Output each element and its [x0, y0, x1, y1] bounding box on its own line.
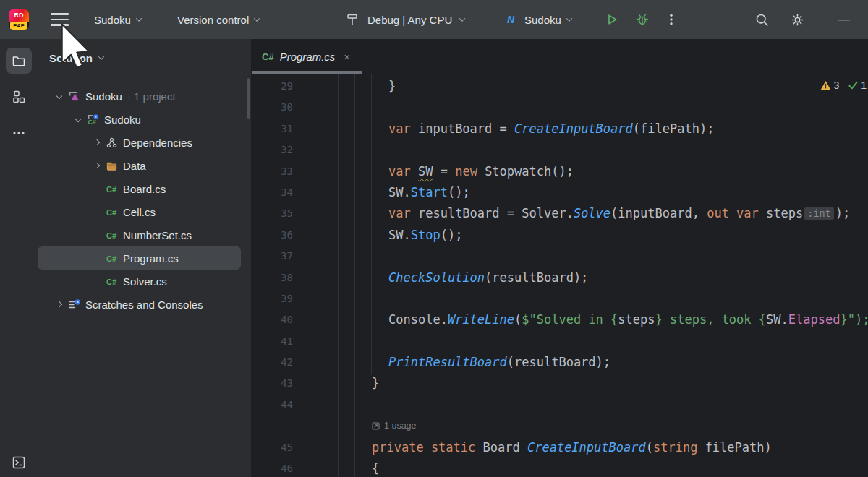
tree-item-data[interactable]: Data	[38, 154, 241, 177]
minimize-window-button[interactable]: —	[838, 0, 850, 39]
dependencies-icon	[106, 137, 123, 149]
svg-text:C#: C#	[106, 231, 116, 240]
code-editor[interactable]: 3 1 29}3031var inputBoard = CreateInputB…	[252, 74, 868, 477]
line-number[interactable]: 32	[252, 139, 293, 160]
editor-area[interactable]: C# Program.cs × 3	[252, 39, 868, 477]
line-number[interactable]: 42	[252, 352, 293, 373]
close-tab-icon[interactable]: ×	[341, 51, 350, 63]
line-number[interactable]: 31	[252, 119, 293, 139]
chevron-right-icon[interactable]	[94, 139, 100, 145]
tree-item-label: NumberSet.cs	[123, 229, 192, 241]
code-line[interactable]: 32	[252, 139, 868, 160]
terminal-icon	[11, 455, 27, 470]
code-line[interactable]: 40Console.WriteLine($"Solved in {steps} …	[252, 309, 868, 330]
project-selector[interactable]: Sudoku	[94, 0, 141, 39]
terminal-tool-window-button[interactable]	[6, 450, 32, 476]
tree-item-label: Dependencies	[123, 137, 192, 149]
code-line[interactable]: 36SW.Stop();	[252, 225, 868, 246]
code-line[interactable]: 45private static Board CreateInputBoard(…	[252, 437, 868, 458]
line-number[interactable]: 43	[252, 373, 293, 394]
more-actions-button[interactable]	[665, 12, 677, 27]
code-line[interactable]: 30	[252, 97, 868, 118]
run-button[interactable]	[605, 12, 619, 27]
code-line[interactable]: 29}	[252, 76, 868, 97]
code-line[interactable]: 34SW.Start();	[252, 182, 868, 203]
chevron-down-icon	[566, 15, 572, 21]
logo-eap-badge: EAP	[10, 22, 27, 30]
search-button[interactable]	[754, 12, 770, 27]
code-line[interactable]: 43}	[252, 373, 868, 394]
code-line[interactable]: 44	[252, 395, 868, 416]
line-number[interactable]: 41	[252, 331, 293, 352]
tree-item-label: Board.cs	[123, 183, 166, 195]
code-lines: 29}3031var inputBoard = CreateInputBoard…	[252, 74, 868, 477]
code-line[interactable]: 41	[252, 331, 868, 352]
line-number[interactable]: 46	[252, 458, 293, 477]
tool-window-stripe	[0, 39, 38, 477]
chevron-right-icon[interactable]	[94, 163, 100, 168]
tree-item-board-cs[interactable]: C#Board.cs	[38, 177, 241, 200]
settings-gear-button[interactable]	[790, 12, 805, 27]
chevron-down-icon[interactable]	[56, 93, 62, 99]
line-number[interactable]: 33	[252, 161, 293, 182]
line-number[interactable]: 39	[252, 288, 293, 309]
line-number[interactable]: 45	[252, 437, 293, 458]
code-line[interactable]: 46{	[252, 458, 868, 477]
line-number[interactable]: 35	[252, 203, 293, 224]
code-line[interactable]: 39	[252, 288, 868, 309]
code-line[interactable]: 33var SW = new Stopwatch();	[252, 161, 868, 182]
line-number[interactable]: 37	[252, 246, 293, 267]
tree-item-scratches-and-consoles[interactable]: Scratches and Consoles	[38, 293, 241, 316]
line-number[interactable]: 38	[252, 267, 293, 288]
code-line[interactable]: 35var resultBoard = Solver.Solve(inputBo…	[252, 203, 868, 224]
tree-item-cell-cs[interactable]: C#Cell.cs	[38, 200, 241, 223]
tree-item-label: Cell.cs	[123, 206, 156, 218]
structure-tool-window-button[interactable]	[6, 84, 32, 110]
line-number[interactable]: 36	[252, 225, 293, 246]
editor-tab-bar: C# Program.cs ×	[252, 39, 868, 74]
rider-logo-icon: RD EAP	[9, 9, 29, 30]
code-line[interactable]: 38CheckSolution(resultBoard);	[252, 267, 868, 288]
project-view-label: Solution	[49, 52, 93, 64]
run-configuration-selector[interactable]: N Sudoku	[506, 0, 571, 39]
debug-button[interactable]	[635, 12, 650, 27]
vcs-selector[interactable]: Version control	[177, 0, 259, 39]
line-number[interactable]: 29	[252, 76, 293, 97]
tab-program-cs[interactable]: C# Program.cs ×	[252, 39, 362, 74]
tree-item-label: Scratches and Consoles	[85, 298, 203, 311]
build-configuration-selector[interactable]: Debug | Any CPU	[345, 0, 464, 39]
csfile-icon: C#	[106, 252, 123, 264]
tree-item-numberset-cs[interactable]: C#NumberSet.cs	[38, 223, 241, 246]
tree-item-sudoku[interactable]: Sudoku· 1 project	[38, 85, 241, 108]
app-logo: RD EAP	[9, 0, 29, 39]
project-panel: Solution Sudoku· 1 projectC#SudokuDepend…	[38, 39, 252, 477]
code-line[interactable]: 31var inputBoard = CreateInputBoard(file…	[252, 119, 868, 139]
code-hint-row[interactable]: 1 usage	[252, 416, 868, 437]
code-line[interactable]: 37	[252, 246, 868, 267]
tree-item-sudoku[interactable]: C#Sudoku	[38, 108, 241, 131]
project-view-selector[interactable]: Solution	[38, 39, 251, 77]
svg-text:C#: C#	[88, 119, 97, 126]
chevron-down-icon	[136, 15, 142, 21]
chevron-down-icon[interactable]	[75, 116, 81, 122]
project-tool-window-button[interactable]	[6, 48, 32, 74]
line-number[interactable]: 30	[252, 97, 293, 118]
tree-item-program-cs[interactable]: C#Program.cs	[38, 246, 241, 270]
more-tool-windows-button[interactable]	[6, 120, 32, 146]
main-menu-button[interactable]	[51, 0, 69, 39]
line-number[interactable]: 44	[252, 395, 293, 416]
tree-item-solver-cs[interactable]: C#Solver.cs	[38, 270, 241, 293]
line-number[interactable]: 34	[252, 182, 293, 203]
line-number[interactable]: 40	[252, 309, 293, 330]
solution-icon	[68, 90, 85, 103]
code-line[interactable]: 42PrintResultBoard(resultBoard);	[252, 352, 868, 373]
tree-item-dependencies[interactable]: Dependencies	[38, 131, 241, 154]
csfile-icon: C#	[106, 183, 123, 194]
chevron-down-icon	[459, 15, 465, 21]
usages-hint[interactable]: 1 usage	[372, 416, 416, 437]
panel-scrollbar-thumb[interactable]	[247, 78, 250, 119]
tree-item-label: Data	[123, 160, 146, 172]
chevron-right-icon[interactable]	[56, 301, 62, 307]
line-number[interactable]	[252, 416, 293, 437]
csfile-icon: C#	[106, 229, 123, 241]
